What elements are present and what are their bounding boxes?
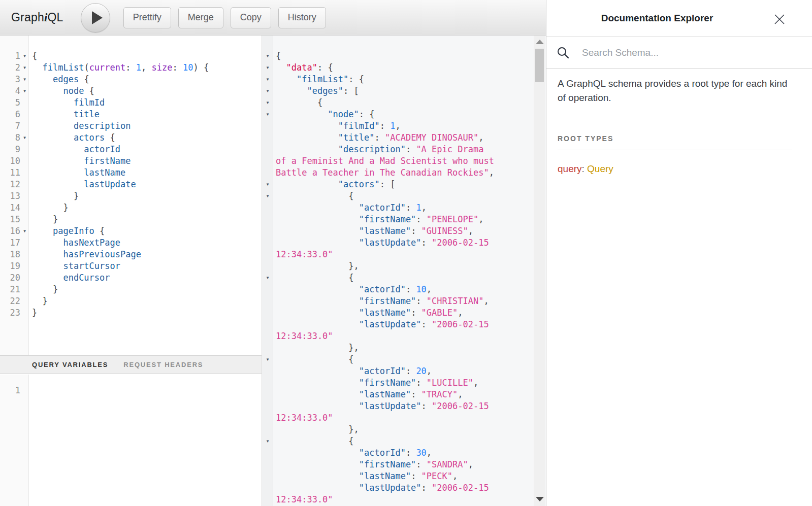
search-schema-input[interactable] — [582, 47, 775, 58]
fold-gutter-spacer — [20, 109, 29, 120]
copy-button[interactable]: Copy — [231, 7, 271, 28]
fold-toggle-icon[interactable]: ▾ — [262, 62, 273, 74]
code-line: ▾ { — [262, 354, 546, 365]
code-line-text: "filmId": 1, — [273, 120, 401, 132]
prettify-button[interactable]: Prettify — [123, 7, 171, 28]
code-line: ▾ { — [262, 97, 546, 109]
code-line: "firstName": "CHRISTIAN", — [262, 295, 546, 307]
code-line: "firstName": "LUCILLE", — [262, 377, 546, 389]
fold-gutter-spacer — [262, 482, 273, 494]
code-line-text: title — [29, 109, 100, 120]
fold-toggle-icon[interactable]: ▾ — [262, 109, 273, 120]
fold-gutter-spacer — [262, 260, 273, 272]
code-line: 11 lastName — [0, 167, 262, 179]
execute-query-button[interactable] — [81, 3, 110, 32]
code-line: 3▾ edges { — [0, 74, 262, 85]
fold-toggle-icon[interactable]: ▾ — [262, 74, 273, 85]
fold-toggle-icon[interactable]: ▾ — [262, 179, 273, 190]
code-line: 20 endCursor — [0, 272, 262, 284]
root-type-separator: : — [582, 163, 588, 174]
code-line-text: "actorId": 30, — [273, 447, 432, 459]
scrollbar-thumb[interactable] — [535, 49, 544, 82]
history-button[interactable]: History — [278, 7, 326, 28]
line-number: 6 — [0, 109, 20, 120]
merge-button[interactable]: Merge — [178, 7, 223, 28]
fold-gutter-spacer — [20, 214, 29, 225]
code-line-text: "filmList": { — [273, 74, 364, 85]
fold-toggle-icon[interactable]: ▾ — [20, 62, 29, 74]
code-line-text: "data": { — [273, 62, 333, 74]
code-line-text: "node": { — [273, 109, 375, 120]
line-number: 2 — [0, 62, 20, 74]
code-line: }, — [262, 424, 546, 435]
toolbar: GraphiQL Prettify Merge Copy History — [0, 0, 546, 36]
code-line-text: filmId — [29, 97, 105, 109]
code-line: 23} — [0, 307, 262, 319]
fold-gutter-spacer — [262, 342, 273, 354]
variables-editor-code[interactable]: 1 — [0, 385, 262, 396]
code-line-text: { — [273, 435, 354, 447]
tab-request-headers[interactable]: REQUEST HEADERS — [123, 361, 203, 368]
code-line: "title": "ACADEMY DINOSAUR", — [262, 132, 546, 144]
fold-gutter-spacer — [262, 214, 273, 225]
code-line: 21 } — [0, 284, 262, 295]
fold-gutter-spacer — [20, 155, 29, 167]
fold-gutter-spacer — [262, 459, 273, 470]
fold-gutter-spacer — [262, 330, 273, 342]
code-line-text: "actorId": 1, — [273, 202, 427, 214]
code-line: 4▾ node { — [0, 85, 262, 97]
fold-gutter-spacer — [262, 389, 273, 400]
line-number: 15 — [0, 214, 20, 225]
code-line-text: { — [29, 50, 37, 62]
code-line: }, — [262, 342, 546, 354]
code-line-text — [29, 385, 32, 396]
fold-gutter-spacer — [262, 307, 273, 319]
scrollbar-up-arrow-icon[interactable] — [534, 37, 545, 47]
tab-query-variables[interactable]: QUERY VARIABLES — [32, 361, 108, 368]
code-line: 18 hasPreviousPage — [0, 249, 262, 260]
query-editor-code[interactable]: 1▾{2▾ filmList(current: 1, size: 10) {3▾… — [0, 50, 262, 319]
close-icon[interactable] — [773, 13, 786, 25]
fold-toggle-icon[interactable]: ▾ — [20, 85, 29, 97]
code-line: ▾ "data": { — [262, 62, 546, 74]
response-scrollbar[interactable] — [534, 36, 545, 506]
query-type-link[interactable]: Query — [587, 163, 613, 174]
line-number: 8 — [0, 132, 20, 144]
fold-toggle-icon[interactable]: ▾ — [262, 97, 273, 109]
fold-gutter-spacer — [262, 494, 273, 505]
fold-toggle-icon[interactable]: ▾ — [262, 50, 273, 62]
fold-toggle-icon[interactable]: ▾ — [20, 74, 29, 85]
code-line-text: } — [29, 284, 58, 295]
fold-gutter-spacer — [262, 284, 273, 295]
fold-toggle-icon[interactable]: ▾ — [262, 85, 273, 97]
code-line: "description": "A Epic Drama — [262, 144, 546, 155]
code-line-text: } — [29, 307, 37, 319]
code-line-text: "firstName": "CHRISTIAN", — [273, 295, 489, 307]
query-variables-editor[interactable]: 1 — [0, 375, 262, 506]
fold-toggle-icon[interactable]: ▾ — [262, 435, 273, 447]
fold-gutter-spacer — [20, 202, 29, 214]
docs-header: Documentation Explorer — [546, 0, 812, 37]
fold-toggle-icon[interactable]: ▾ — [20, 132, 29, 144]
line-number: 18 — [0, 249, 20, 260]
code-line: "actorId": 30, — [262, 447, 546, 459]
fold-gutter-spacer — [20, 284, 29, 295]
code-line: "lastUpdate": "2006-02-15 — [262, 319, 546, 330]
fold-toggle-icon[interactable]: ▾ — [20, 225, 29, 237]
fold-gutter-spacer — [262, 400, 273, 412]
docs-search-row — [546, 37, 812, 69]
fold-toggle-icon[interactable]: ▾ — [262, 190, 273, 202]
fold-gutter-spacer — [262, 120, 273, 132]
fold-toggle-icon[interactable]: ▾ — [262, 272, 273, 284]
code-line: "firstName": "SANDRA", — [262, 459, 546, 470]
code-line-text: "lastName": "GUINESS", — [273, 225, 473, 237]
fold-toggle-icon[interactable]: ▾ — [20, 50, 29, 62]
fold-toggle-icon[interactable]: ▾ — [262, 354, 273, 365]
code-line-text: description — [29, 120, 131, 132]
code-line: 7 description — [0, 120, 262, 132]
query-editor-pane[interactable]: 1▾{2▾ filmList(current: 1, size: 10) {3▾… — [0, 36, 262, 355]
query-keyword-link[interactable]: query — [558, 163, 582, 174]
scrollbar-down-arrow-icon[interactable] — [534, 494, 545, 504]
line-number: 10 — [0, 155, 20, 167]
code-line: "filmId": 1, — [262, 120, 546, 132]
